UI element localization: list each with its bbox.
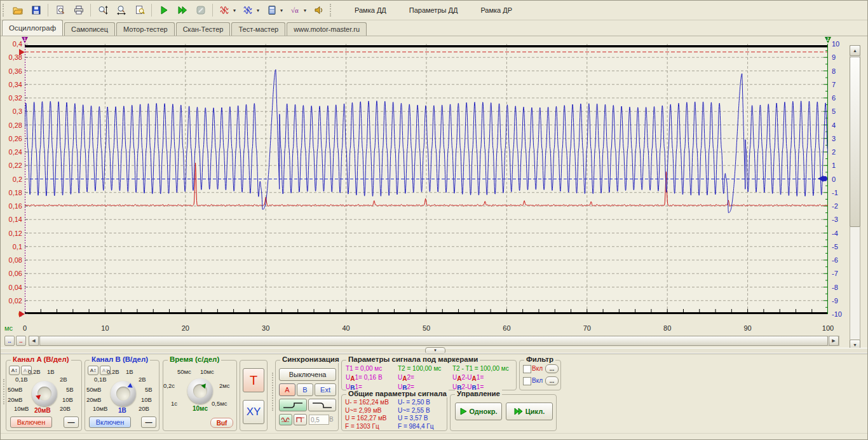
channel-a-collapse-button[interactable]: — — [64, 416, 79, 428]
generator-b-button[interactable] — [240, 2, 257, 18]
open-file-icon — [13, 5, 23, 15]
tab-6[interactable]: www.motor-master.ru — [287, 22, 367, 36]
toolbar-grip[interactable] — [3, 4, 6, 17]
scroll-left-button[interactable]: ◀ — [29, 336, 39, 346]
tab-3[interactable]: Мотор-тестер — [116, 22, 175, 36]
channel-b-group: Канал B (В/дел) A↕ A↕ 1В Включен — 0,2В1… — [85, 360, 159, 431]
marker-param-value: T2 - T1 = 100,00 мс — [452, 364, 515, 373]
filter-b-checkbox[interactable] — [523, 377, 531, 385]
run-cyclic-button[interactable] — [173, 2, 191, 18]
sync-falling-edge-button[interactable] — [308, 399, 336, 411]
zoom-reset-button[interactable] — [131, 2, 148, 18]
calculator-button[interactable] — [263, 2, 280, 18]
filter-b-more-button[interactable]: ... — [545, 376, 559, 385]
plot-area[interactable] — [25, 44, 828, 314]
horizontal-scroll-thumb[interactable] — [39, 336, 828, 346]
open-file-button[interactable] — [9, 2, 26, 18]
y-right-tick: -2 — [832, 202, 848, 210]
channel-b-scale-option: 0,1В — [94, 376, 107, 383]
tab-4[interactable]: Скан-Тестер — [176, 22, 231, 36]
sync-group: Синхронизация Выключена А В Ext В — [275, 360, 339, 431]
tab-2[interactable]: Самописец — [64, 22, 115, 36]
buffer-button[interactable]: Buf — [210, 418, 233, 428]
y-left-tick: 0,32 — [1, 94, 22, 102]
menu-item[interactable]: Рамка ДР — [478, 5, 515, 15]
menu-item[interactable]: Параметры ДД — [407, 5, 461, 15]
sync-off-button[interactable]: Выключена — [279, 368, 336, 381]
scroll-right-button[interactable]: ▶ — [829, 336, 839, 346]
tab-bar: ОсциллографСамописецМотор-тестерСкан-Тес… — [1, 20, 867, 36]
channel-b-scale-option: 50мВ — [86, 386, 101, 393]
sound-button[interactable] — [310, 2, 327, 18]
channel-a-level-marker-icon[interactable] — [19, 49, 25, 55]
print-button[interactable] — [70, 2, 87, 18]
channel-b-scale-option: 5В — [145, 386, 153, 393]
sync-source-a-button[interactable]: А — [279, 383, 295, 396]
marker-a-scroll-button[interactable]: .. — [4, 336, 15, 346]
channel-a-autoscale-button[interactable]: A↕ — [9, 366, 20, 375]
marker-1-number: 1 — [24, 37, 26, 41]
math-functions-dropdown-arrow[interactable]: ▾ — [304, 8, 309, 13]
marker-param-value: UА1= 0,16 В — [346, 373, 398, 383]
calculator-dropdown-arrow[interactable]: ▾ — [280, 8, 286, 13]
math-functions-button[interactable]: √α — [287, 2, 304, 18]
control-group: Управление Однокр. Цикл. — [450, 394, 557, 431]
channel-a-zero-marker-icon[interactable] — [19, 311, 25, 317]
sync-source-b-button[interactable]: В — [297, 383, 313, 396]
toolbar-separator — [48, 4, 48, 17]
menu-grip[interactable] — [330, 4, 334, 17]
filter-a-checkbox[interactable] — [523, 365, 531, 373]
y-right-tick: -7 — [832, 270, 848, 277]
vertical-scroll-thumb[interactable] — [850, 57, 860, 227]
save-button[interactable] — [27, 2, 44, 18]
channel-b-autoscale-button[interactable]: A↕ — [88, 366, 98, 375]
print-preview-button[interactable] — [51, 2, 69, 18]
sync-mode-level-button[interactable] — [294, 414, 307, 425]
channel-a-power-button[interactable]: Включен — [10, 416, 52, 428]
y-right-tick: 10 — [832, 40, 848, 48]
sync-rising-edge-button[interactable] — [279, 399, 307, 411]
channel-a-scale-option: 50мВ — [8, 386, 22, 393]
time-scale-knob[interactable] — [187, 378, 213, 404]
scroll-up-button[interactable]: ▲ — [850, 45, 860, 56]
generator-b-dropdown-arrow[interactable]: ▾ — [257, 8, 262, 13]
time-scale-option: 2мс — [219, 382, 230, 389]
generator-a-button[interactable] — [216, 2, 233, 18]
y-right-tick: 6 — [832, 94, 848, 102]
run-single-button[interactable]: Однокр. — [455, 402, 502, 420]
y-left-tick: 0,14 — [1, 216, 22, 223]
x-axis-tick: 0 — [15, 324, 34, 332]
run-single-button[interactable] — [155, 2, 172, 18]
channel-a-scale-option: 20В — [60, 405, 71, 412]
view-xy-button[interactable]: XY — [243, 400, 264, 424]
y-left-tick: 0,02 — [1, 297, 22, 305]
sync-source-ext-button[interactable]: Ext — [315, 383, 336, 396]
zoom-horizontal-button[interactable] — [112, 2, 130, 18]
zoom-vertical-button[interactable] — [94, 2, 111, 18]
channel-a-scale-option: 0,2В — [28, 368, 41, 375]
time-scale-option: 0,5мс — [212, 400, 227, 407]
toolbar-separator — [151, 4, 152, 17]
sync-mode-wave-button[interactable] — [279, 414, 292, 425]
channel-b-scale-option: 2В — [139, 376, 146, 383]
channel-b-zero-marker-icon[interactable] — [818, 175, 828, 182]
sync-level-input[interactable] — [309, 415, 329, 425]
menu-item[interactable]: Рамка ДД — [352, 5, 389, 15]
channel-b-collapse-button[interactable]: — — [141, 416, 156, 428]
generator-a-dropdown-arrow[interactable]: ▾ — [233, 8, 239, 13]
channel-b-power-button[interactable]: Включен — [89, 416, 131, 428]
chart-region: 0,40,380,360,340,320,30,280,260,240,220,… — [1, 36, 868, 353]
y-left-tick: 0,34 — [1, 81, 22, 88]
marker-b-scroll-button[interactable]: .. — [16, 336, 26, 346]
channel-b-scale-option: 20мВ — [86, 396, 101, 403]
tab-1[interactable]: Осциллограф — [2, 20, 63, 36]
tab-5[interactable]: Тест-мастер — [231, 22, 285, 36]
channel-b-scale-option: 1В — [126, 368, 133, 375]
marker-param-value: UА2= — [398, 373, 452, 383]
print-icon — [74, 5, 84, 15]
channel-a-scale-option: 2В — [60, 376, 67, 383]
y-right-tick: -9 — [832, 297, 848, 305]
view-t-button[interactable]: T — [243, 368, 264, 392]
filter-a-more-button[interactable]: ... — [545, 364, 559, 373]
run-cyclic-button[interactable]: Цикл. — [506, 402, 553, 420]
